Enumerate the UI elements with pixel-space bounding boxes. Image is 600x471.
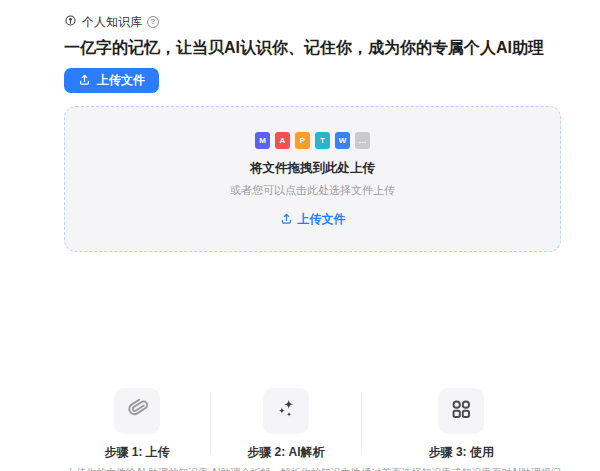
upload-file-button[interactable]: 上传文件 (64, 68, 159, 93)
dropzone-subtitle: 或者您可以点击此处选择文件上传 (230, 183, 395, 198)
upload-file-button-label: 上传文件 (97, 72, 145, 89)
file-more-icon: … (355, 132, 370, 149)
step-upload-iconbox (114, 388, 160, 434)
step-title: 步骤 2: AI解析 (247, 444, 324, 461)
file-markdown-icon: M (255, 132, 270, 149)
headline: 一亿字的记忆，让当贝AI认识你、记住你，成为你的专属个人AI助理 (64, 36, 600, 60)
step-ai-parse-iconbox (263, 388, 309, 434)
step-description: 通过首页选择知识库或知识库页对AI助理提问 (362, 466, 561, 471)
steps-section: 步骤 1: 上传 上传你的文件给AI 助理的知识库 步骤 2: AI解析 AI助… (64, 388, 561, 471)
file-txt-icon: T (315, 132, 330, 149)
personal-knowledge-base-page: 个人知识库 ? 一亿字的记忆，让当贝AI认识你、记住你，成为你的专属个人AI助理… (0, 0, 600, 471)
help-icon[interactable]: ? (147, 16, 159, 28)
step-ai-parse: 步骤 2: AI解析 AI助理会拆解、解析你的知识文件 (211, 388, 360, 471)
kb-target-icon (64, 13, 77, 31)
step-title: 步骤 3: 使用 (429, 444, 494, 461)
step-use: 步骤 3: 使用 通过首页选择知识库或知识库页对AI助理提问 (362, 388, 561, 471)
file-ppt-icon: P (295, 132, 310, 149)
dropzone-upload-link-label: 上传文件 (298, 211, 346, 228)
file-type-icons: M A P T W … (255, 132, 370, 149)
step-use-iconbox (438, 388, 484, 434)
step-upload: 步骤 1: 上传 上传你的文件给AI 助理的知识库 (64, 388, 210, 471)
file-word-icon: W (335, 132, 350, 149)
step-title: 步骤 1: 上传 (104, 444, 169, 461)
page-title: 个人知识库 (82, 14, 142, 31)
step-description: 上传你的文件给AI 助理的知识库 (66, 466, 208, 471)
grid-icon (448, 396, 474, 426)
step-description: AI助理会拆解、解析你的知识文件 (211, 466, 360, 471)
file-pdf-icon: A (275, 132, 290, 149)
dropzone-title: 将文件拖拽到此处上传 (250, 160, 375, 177)
file-dropzone[interactable]: M A P T W … 将文件拖拽到此处上传 或者您可以点击此处选择文件上传 上… (64, 106, 561, 252)
dropzone-upload-link[interactable]: 上传文件 (280, 211, 346, 228)
sparkles-icon (273, 396, 299, 426)
upload-icon (78, 73, 91, 89)
upload-icon (280, 212, 293, 228)
paperclip-icon (124, 396, 150, 426)
breadcrumb: 个人知识库 ? (64, 14, 600, 30)
